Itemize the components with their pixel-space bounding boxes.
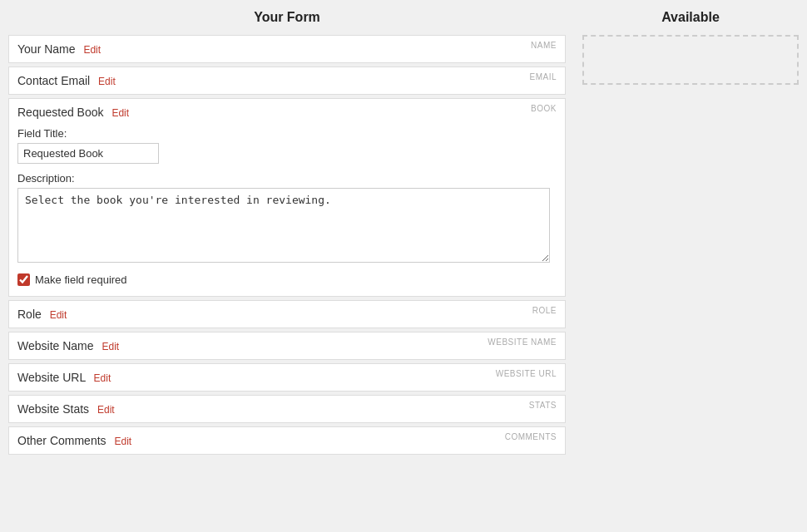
field-type-email: EMAIL xyxy=(529,72,557,81)
edit-link-website-name[interactable]: Edit xyxy=(101,341,119,352)
edit-link-website-stats[interactable]: Edit xyxy=(97,404,115,416)
field-row-requested-book: BOOK Requested Book Edit Field Title: De… xyxy=(8,98,566,297)
make-required-row: Make field required xyxy=(17,273,557,286)
field-row-website-url: WEBSITE URL Website URL Edit xyxy=(8,363,566,392)
field-label-role: Role xyxy=(17,308,42,321)
field-row-other-comments: COMMENTS Other Comments Edit xyxy=(8,426,566,455)
description-textarea[interactable]: Select the book you're interested in rev… xyxy=(17,188,550,263)
field-label-contact-email: Contact Email xyxy=(17,74,90,87)
edit-link-role[interactable]: Edit xyxy=(50,309,67,321)
field-row-website-stats: STATS Website Stats Edit xyxy=(8,395,566,423)
field-type-stats: STATS xyxy=(529,401,557,410)
field-type-website-url: WEBSITE URL xyxy=(496,369,557,378)
field-type-website-name: WEBSITE NAME xyxy=(488,337,557,347)
field-label-your-name: Your Name xyxy=(17,42,76,56)
field-type-name: NAME xyxy=(531,41,557,50)
field-type-comments: COMMENTS xyxy=(505,432,557,441)
right-panel: Available xyxy=(574,0,807,532)
field-label-website-stats: Website Stats xyxy=(17,402,89,416)
make-required-checkbox[interactable] xyxy=(17,273,30,286)
field-row-role: ROLE Role Edit xyxy=(8,300,566,328)
field-title-input[interactable] xyxy=(17,143,159,164)
edit-link-contact-email[interactable]: Edit xyxy=(98,76,116,87)
field-row-contact-email: EMAIL Contact Email Edit xyxy=(8,66,566,95)
field-label-website-name: Website Name xyxy=(17,339,94,352)
field-label-requested-book: Requested Book xyxy=(17,106,104,119)
field-row-your-name: NAME Your Name Edit xyxy=(8,35,566,63)
edit-link-requested-book[interactable]: Edit xyxy=(111,107,129,119)
field-type-book: BOOK xyxy=(531,104,557,113)
field-label-other-comments: Other Comments xyxy=(17,434,106,447)
make-required-label: Make field required xyxy=(35,273,127,286)
available-title: Available xyxy=(582,0,799,35)
field-type-role: ROLE xyxy=(532,306,557,315)
left-panel: Your Form NAME Your Name Edit EMAIL Cont… xyxy=(0,0,574,532)
your-form-title: Your Form xyxy=(8,0,566,35)
field-editor-requested-book: Field Title: Description: Select the boo… xyxy=(17,127,557,286)
edit-link-your-name[interactable]: Edit xyxy=(83,44,101,56)
edit-link-other-comments[interactable]: Edit xyxy=(114,436,131,447)
field-title-label: Field Title: xyxy=(17,127,557,140)
description-label: Description: xyxy=(17,172,557,185)
field-row-website-name: WEBSITE NAME Website Name Edit xyxy=(8,332,566,360)
available-dropzone[interactable] xyxy=(582,35,799,85)
edit-link-website-url[interactable]: Edit xyxy=(94,372,111,384)
field-label-website-url: Website URL xyxy=(17,371,86,384)
